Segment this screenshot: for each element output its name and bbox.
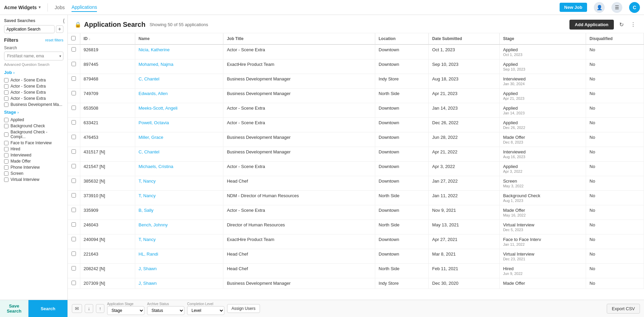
stage-filter-item-applied[interactable]: Applied [4,117,63,123]
row-checkbox[interactable] [72,47,76,52]
search-button[interactable]: Search [28,300,67,317]
row-name[interactable]: Nicia, Katherine [135,44,223,59]
menu-icon-button[interactable]: ☰ [611,2,622,13]
row-name[interactable]: HL, Randi [135,249,223,264]
row-name[interactable]: J, Shawn [135,264,223,278]
reset-filters-link[interactable]: reset filters [45,38,63,42]
table-row[interactable]: 240094 [N] T, Nancy ExactHire Product Te… [68,235,644,249]
stage-checkbox-applied[interactable] [4,118,8,122]
job-filter-checkbox-1[interactable] [4,78,8,82]
row-checkbox[interactable] [72,266,76,271]
completion-level-select[interactable]: Level [187,306,224,315]
row-checkbox[interactable] [72,120,76,125]
advanced-search-link[interactable]: Advanced Question Search [0,62,67,69]
stage-filter-item-bg-check-compl[interactable]: Background Check - Compl... [4,129,63,140]
saved-search-select[interactable]: Application Search [4,25,55,33]
stage-filter-item-screen[interactable]: Screen [4,170,63,176]
table-row[interactable]: 653508 Meeks-Scott, Angeli Actor - Scene… [68,103,644,118]
row-name[interactable]: C, Chantel [135,147,223,162]
table-row[interactable]: 208242 [N] J, Shawn Head Chef North Side… [68,264,644,278]
row-checkbox-cell[interactable] [68,132,80,147]
more-options-icon-button[interactable]: ⋮ [629,20,637,29]
row-checkbox-cell[interactable] [68,235,80,249]
nav-applications[interactable]: Applications [72,3,97,12]
stage-filter-item-interviewed[interactable]: Interviewed [4,152,63,158]
row-checkbox-cell[interactable] [68,118,80,132]
row-checkbox[interactable] [72,237,76,241]
row-name[interactable]: T, Nancy [135,191,223,205]
row-name[interactable]: Miller, Grace [135,132,223,147]
job-filter-checkbox-5[interactable] [4,102,8,107]
stage-checkbox-interviewed[interactable] [4,153,8,157]
row-checkbox[interactable] [72,193,76,198]
stage-filter-item-f2f[interactable]: Face to Face Interview [4,140,63,146]
row-checkbox[interactable] [72,208,76,212]
row-name[interactable]: Edwards, Allen [135,89,223,103]
job-filter-checkbox-3[interactable] [4,90,8,95]
archive-status-select[interactable]: Status [147,306,184,315]
table-row[interactable]: 385632 [N] T, Nancy Head Chef Downtown J… [68,176,644,191]
row-name[interactable]: Bench, Johnny [135,220,223,235]
col-name[interactable]: Name [135,33,223,44]
row-checkbox[interactable] [72,76,76,81]
row-name[interactable]: Michaels, Cristina [135,162,223,176]
app-stage-select[interactable]: Stage [107,306,144,315]
table-row[interactable]: 421547 [N] Michaels, Cristina Actor - Sc… [68,162,644,176]
table-row[interactable]: 476453 Miller, Grace Business Developmen… [68,132,644,147]
row-checkbox[interactable] [72,251,76,256]
job-filter-item[interactable]: Actor - Scene Extra [4,77,63,83]
job-filter-item[interactable]: Actor - Scene Extra [4,83,63,89]
row-checkbox-cell[interactable] [68,176,80,191]
saved-search-add-button[interactable]: + [56,25,63,33]
row-checkbox[interactable] [72,164,76,168]
row-checkbox-cell[interactable] [68,103,80,118]
table-row[interactable]: 749709 Edwards, Allen Business Developme… [68,89,644,103]
job-filter-checkbox-2[interactable] [4,84,8,89]
row-name[interactable]: B, Sally [135,205,223,220]
col-job-title[interactable]: Job Title [223,33,375,44]
stage-filter-section[interactable]: Stage › [0,108,67,116]
stage-checkbox-bg-check[interactable] [4,124,8,128]
search-input[interactable] [4,52,63,60]
nav-jobs[interactable]: Jobs [55,3,65,12]
table-row[interactable]: 221643 HL, Randi Head Chef Downtown Mar … [68,249,644,264]
stage-filter-item-made-offer[interactable]: Made Offer [4,158,63,164]
avatar[interactable]: C [629,2,640,13]
row-checkbox-cell[interactable] [68,147,80,162]
move-down-icon-button[interactable]: ↓ [85,304,93,313]
table-row[interactable]: 335909 B, Sally Actor - Scene Extra Down… [68,205,644,220]
row-checkbox-cell[interactable] [68,44,80,59]
job-filter-checkbox-4[interactable] [4,96,8,101]
table-row[interactable]: 246043 Bench, Johnny Director of Human R… [68,220,644,235]
row-checkbox-cell[interactable] [68,74,80,89]
job-filter-item[interactable]: Business Development Ma... [4,101,63,108]
row-name[interactable]: Mohamed, Najma [135,59,223,74]
stage-filter-item-phone[interactable]: Phone Interview [4,164,63,170]
row-checkbox-cell[interactable] [68,191,80,205]
export-csv-button[interactable]: Export CSV [607,304,640,314]
brand-logo[interactable]: Acme Widgets ▾ [4,5,41,10]
stage-filter-item-virtual[interactable]: Virtual Interview [4,176,63,183]
col-disqualified[interactable]: Disqualified [586,33,644,44]
stage-checkbox-virtual[interactable] [4,178,8,182]
table-row[interactable]: 633421 Powell, Octavia Actor - Scene Ext… [68,118,644,132]
stage-checkbox-screen[interactable] [4,171,8,176]
row-checkbox[interactable] [72,179,76,183]
add-application-button[interactable]: Add Application [569,20,614,30]
stage-checkbox-hired[interactable] [4,147,8,151]
save-search-button[interactable]: Save Search [0,300,28,317]
table-row[interactable]: 431517 [N] C, Chantel Business Developme… [68,147,644,162]
refresh-icon-button[interactable]: ↻ [618,20,625,29]
stage-checkbox-made-offer[interactable] [4,159,8,164]
stage-checkbox-phone[interactable] [4,165,8,170]
search-dropdown-arrow-icon[interactable]: ▾ [59,54,61,58]
email-icon-button[interactable]: ✉ [72,304,82,313]
row-name[interactable]: T, Nancy [135,235,223,249]
table-row[interactable]: 879468 C, Chantel Business Development M… [68,74,644,89]
row-checkbox[interactable] [72,62,76,66]
row-checkbox-cell[interactable] [68,220,80,235]
move-up-icon-button[interactable]: ↑ [96,304,104,313]
assign-users-button[interactable]: Assign Users [227,304,260,313]
row-name[interactable]: Meeks-Scott, Angeli [135,103,223,118]
sidebar-collapse-icon[interactable]: ⟨ [63,18,65,24]
